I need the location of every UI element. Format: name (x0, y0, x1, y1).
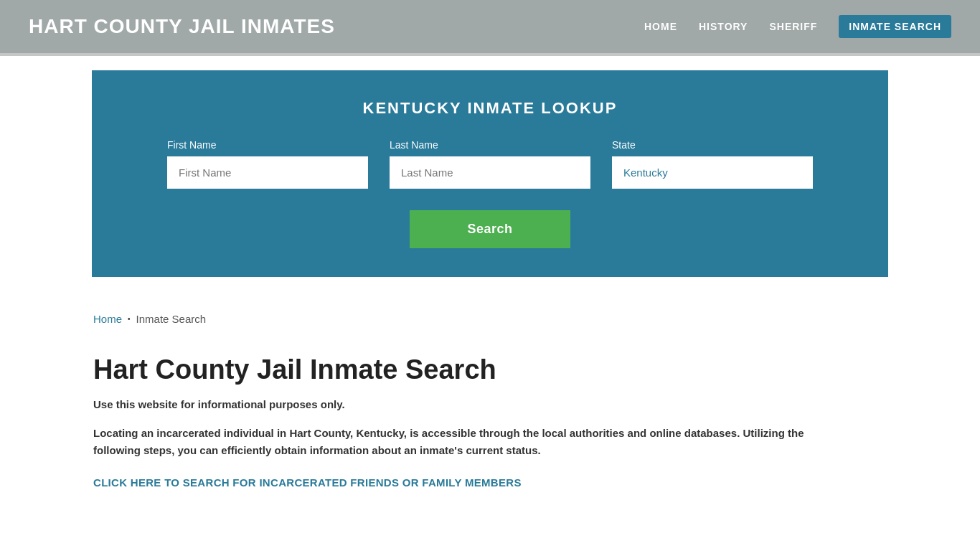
search-banner-title: KENTUCKY INMATE LOOKUP (185, 99, 795, 118)
nav-sheriff[interactable]: SHERIFF (769, 21, 817, 32)
search-fields-row: First Name Last Name State (185, 139, 795, 189)
first-name-input[interactable] (167, 156, 368, 189)
last-name-group: Last Name (390, 139, 590, 189)
breadcrumb-current: Inmate Search (136, 313, 207, 325)
breadcrumb-separator: • (128, 315, 131, 323)
nav-inmate-search[interactable]: INMATE SEARCH (839, 15, 951, 38)
main-content: Home • Inmate Search Hart County Jail In… (0, 291, 980, 511)
cta-link[interactable]: CLICK HERE to Search for Incarcerated Fr… (93, 476, 522, 489)
main-nav: HOME HISTORY SHERIFF INMATE SEARCH (644, 15, 951, 38)
disclaimer-text: Use this website for informational purpo… (93, 398, 887, 410)
inmate-search-form: First Name Last Name State Search (185, 139, 795, 248)
state-label: State (612, 139, 813, 151)
last-name-input[interactable] (390, 156, 590, 189)
state-group: State (612, 139, 813, 189)
site-title: HART COUNTY JAIL INMATES (29, 15, 335, 38)
site-header: HART COUNTY JAIL INMATES HOME HISTORY SH… (0, 0, 980, 56)
state-input[interactable] (612, 156, 813, 189)
search-banner: KENTUCKY INMATE LOOKUP First Name Last N… (92, 70, 888, 277)
breadcrumb: Home • Inmate Search (93, 313, 887, 325)
search-button[interactable]: Search (410, 210, 570, 248)
last-name-label: Last Name (390, 139, 590, 151)
page-title: Hart County Jail Inmate Search (93, 354, 887, 387)
breadcrumb-home-link[interactable]: Home (93, 313, 122, 325)
nav-home[interactable]: HOME (644, 21, 677, 32)
nav-history[interactable]: HISTORY (699, 21, 748, 32)
first-name-label: First Name (167, 139, 368, 151)
first-name-group: First Name (167, 139, 368, 189)
description-text: Locating an incarcerated individual in H… (93, 425, 847, 459)
